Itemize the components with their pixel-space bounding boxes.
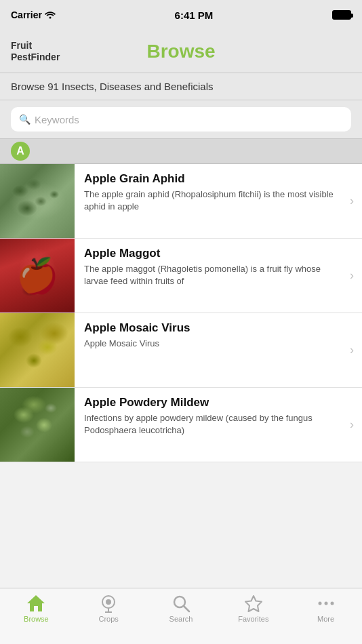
list-container: Apple Grain Aphid The apple grain aphid … xyxy=(0,164,362,462)
tab-search-label: Search xyxy=(169,615,193,623)
list-item[interactable]: Apple Mosaic Virus Apple Mosaic Virus › xyxy=(0,313,362,388)
tab-crops[interactable]: Crops xyxy=(73,594,145,623)
wifi-icon xyxy=(45,11,56,19)
search-tab-icon xyxy=(172,594,190,613)
battery-indicator xyxy=(332,10,351,20)
tab-browse-label: Browse xyxy=(24,615,49,623)
list-item[interactable]: Apple Maggot The apple maggot (Rhagoleti… xyxy=(0,239,362,313)
svg-marker-1 xyxy=(27,595,45,611)
item-description: Apple Mosaic Virus xyxy=(84,338,334,350)
tab-search[interactable]: Search xyxy=(145,594,218,623)
tab-browse[interactable]: Browse xyxy=(0,594,73,623)
item-content: Apple Maggot The apple maggot (Rhagoleti… xyxy=(75,239,342,313)
status-bar: Carrier 6:41 PM xyxy=(0,0,362,30)
item-image-mildew xyxy=(0,388,75,462)
svg-line-7 xyxy=(184,606,189,611)
subtitle-text: Browse 91 Insects, Diseases and Benefici… xyxy=(11,81,213,92)
crops-icon xyxy=(99,594,118,613)
svg-point-5 xyxy=(106,599,111,605)
item-content: Apple Grain Aphid The apple grain aphid … xyxy=(75,164,342,238)
search-icon: 🔍 xyxy=(19,114,31,125)
chevron-right-icon: › xyxy=(342,164,362,238)
item-description: The apple maggot (Rhagoletis pomonella) … xyxy=(84,263,334,287)
tab-favorites-label: Favorites xyxy=(238,615,268,623)
svg-point-0 xyxy=(49,17,51,19)
section-header-a: A xyxy=(0,139,362,164)
chevron-right-icon: › xyxy=(342,313,362,387)
status-time: 6:41 PM xyxy=(175,9,214,21)
search-container: 🔍 Keywords xyxy=(0,100,362,139)
tab-more-label: More xyxy=(317,615,334,623)
tab-favorites[interactable]: Favorites xyxy=(217,594,289,623)
search-input-wrap[interactable]: 🔍 Keywords xyxy=(11,107,351,132)
list-item[interactable]: Apple Grain Aphid The apple grain aphid … xyxy=(0,164,362,239)
item-content: Apple Powdery Mildew Infections by apple… xyxy=(75,388,342,462)
tab-bar: Browse Crops Search Favorites More xyxy=(0,588,362,644)
carrier-label: Carrier xyxy=(11,9,56,20)
svg-point-11 xyxy=(330,602,334,605)
subtitle-bar: Browse 91 Insects, Diseases and Benefici… xyxy=(0,73,362,100)
item-description: The apple grain aphid (Rhopalosiphum fit… xyxy=(84,188,334,213)
more-icon xyxy=(317,594,336,613)
home-icon xyxy=(26,594,46,613)
svg-point-9 xyxy=(318,602,321,605)
svg-point-10 xyxy=(324,602,327,605)
tab-more[interactable]: More xyxy=(289,594,362,623)
item-title: Apple Maggot xyxy=(84,247,334,260)
app-name: FruitPestFinder xyxy=(11,40,60,63)
item-image-mosaic xyxy=(0,313,75,387)
svg-marker-8 xyxy=(245,596,262,611)
item-content: Apple Mosaic Virus Apple Mosaic Virus xyxy=(75,313,342,387)
chevron-right-icon: › xyxy=(342,388,362,462)
list-item[interactable]: Apple Powdery Mildew Infections by apple… xyxy=(0,388,362,462)
item-title: Apple Powdery Mildew xyxy=(84,396,334,409)
section-letter: A xyxy=(11,142,30,161)
item-image-aphid xyxy=(0,164,75,238)
item-title: Apple Mosaic Virus xyxy=(84,321,334,335)
item-image-maggot xyxy=(0,239,75,313)
item-description: Infections by apple powdery mildew (caus… xyxy=(84,412,334,437)
search-placeholder: Keywords xyxy=(35,114,79,125)
item-title: Apple Grain Aphid xyxy=(84,172,334,186)
favorites-icon xyxy=(244,594,263,613)
carrier-text: Carrier xyxy=(11,9,42,20)
navigation-bar: FruitPestFinder Browse xyxy=(0,30,362,73)
chevron-right-icon: › xyxy=(342,239,362,313)
page-title: Browse xyxy=(146,41,215,62)
battery-icon xyxy=(332,10,351,20)
tab-crops-label: Crops xyxy=(99,615,119,623)
